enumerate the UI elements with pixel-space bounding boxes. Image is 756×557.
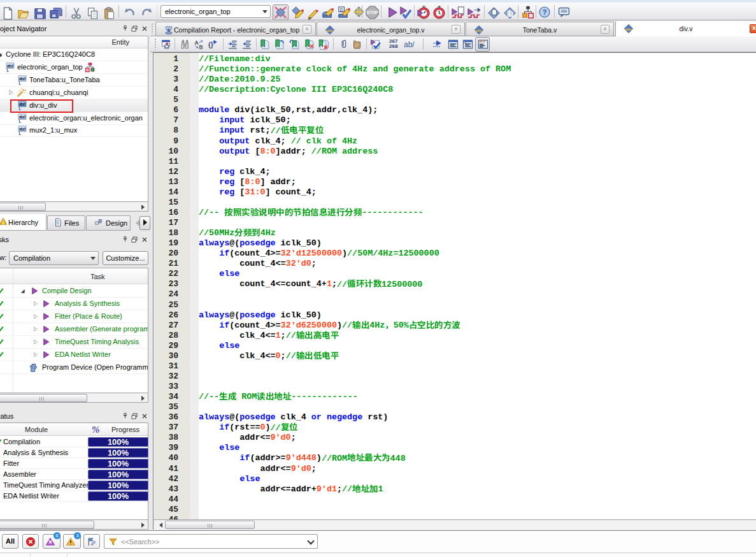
svg-text:abd: abd — [7, 63, 14, 69]
svg-text:D: D — [340, 8, 343, 12]
svg-text:abd: abd — [19, 126, 26, 132]
svg-text:?: ? — [543, 8, 547, 16]
svg-text:A: A — [194, 40, 198, 46]
svg-text:abd: abd — [19, 76, 26, 82]
svg-text:STOP: STOP — [366, 10, 378, 15]
svg-text:abd: abd — [19, 114, 26, 120]
svg-text:B: B — [199, 44, 203, 50]
